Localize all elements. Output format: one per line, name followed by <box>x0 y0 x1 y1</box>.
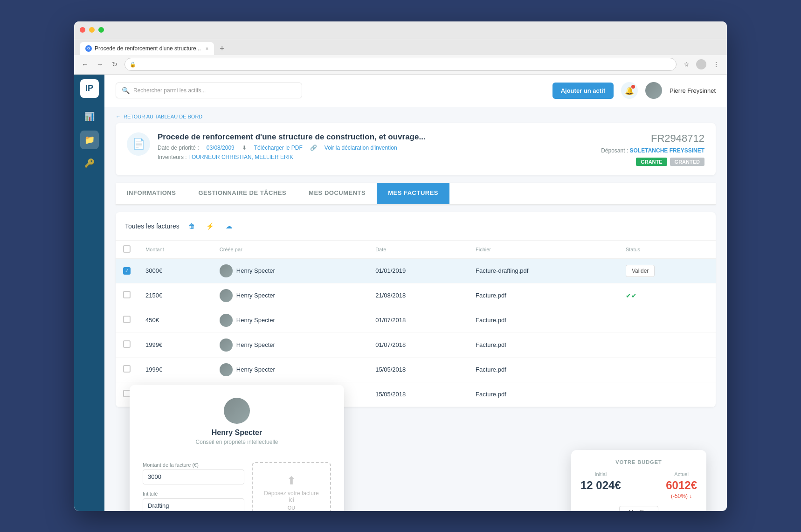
content-wrapper: Toutes les factures 🗑 ⚡ ☁ Montant Créée … <box>116 212 716 407</box>
cell-status-0: Valider <box>618 258 716 283</box>
lock-icon: 🔒 <box>130 62 136 68</box>
tabs-bar: INFORMATIONS GESTIONNAIRE DE TÂCHES MES … <box>116 183 716 205</box>
creator-name-4: Henry Specter <box>236 366 275 373</box>
filter-icon-button[interactable]: ⚡ <box>204 220 217 233</box>
download-pdf-link[interactable]: Télécharger le PDF <box>254 145 303 151</box>
tab-favicon: G <box>85 45 92 52</box>
tab-bar: G Procede de renforcement d'une structur… <box>74 39 727 55</box>
breadcrumb[interactable]: ← RETOUR AU TABLEAU DE BORD <box>116 107 716 123</box>
cell-montant-0: 3000€ <box>138 258 212 283</box>
external-link-icon: 🔗 <box>310 145 317 151</box>
invoices-title: Toutes les factures <box>125 222 180 230</box>
delete-icon-button[interactable]: 🗑 <box>185 220 198 233</box>
budget-change: (-50%) ↓ <box>666 493 697 499</box>
browser-titlebar <box>74 21 727 39</box>
tab-factures[interactable]: MES FACTURES <box>377 183 449 204</box>
cell-fichier-3: Facture.pdf <box>468 332 618 357</box>
cell-montant-2: 450€ <box>138 308 212 332</box>
intitule-input[interactable] <box>143 498 244 511</box>
breadcrumb-label: RETOUR AU TABLEAU DE BORD <box>124 114 202 119</box>
menu-button[interactable]: ⋮ <box>711 59 721 69</box>
new-tab-button[interactable]: + <box>216 43 228 55</box>
inventors-names[interactable]: TOURNEUR CHRISTIAN, MELLIER ERIK <box>188 154 293 160</box>
table-header-row: Montant Créée par Date Fichier Status <box>116 241 716 259</box>
badge-granted: GRANTED <box>670 158 704 166</box>
bookmark-button[interactable]: ☆ <box>681 59 691 69</box>
browser-tab[interactable]: G Procede de renforcement d'une structur… <box>80 42 214 55</box>
cell-status-5 <box>618 382 716 407</box>
row-checkbox-0[interactable]: ✓ <box>123 267 131 275</box>
deposant-name[interactable]: SOLETANCHE FREYSSINET <box>630 147 704 154</box>
col-fichier: Fichier <box>468 241 618 259</box>
row-checkbox-4[interactable] <box>123 365 131 373</box>
app-container: IP 📊 📁 🔑 🔍 Rechercher parmi les actifs..… <box>74 75 727 511</box>
back-button[interactable]: ← <box>80 59 90 69</box>
budget-actuel-col: Actuel 6012€ (-50%) ↓ <box>666 471 697 499</box>
tab-gestionnaire[interactable]: GESTIONNAIRE DE TÂCHES <box>187 183 297 204</box>
cell-creator-4: Henry Specter <box>212 357 368 382</box>
close-dot[interactable] <box>80 27 85 33</box>
sidebar-item-keys[interactable]: 🔑 <box>80 154 99 173</box>
cell-fichier-5: Facture.pdf <box>468 382 618 407</box>
cell-date-5: 15/05/2018 <box>368 382 468 407</box>
priority-date: 03/08/2009 <box>207 145 235 151</box>
drop-ou-text: OU <box>264 505 319 511</box>
view-declaration-link[interactable]: Voir la déclaration d'invention <box>325 145 397 151</box>
page-content: ← RETOUR AU TABLEAU DE BORD 📄 Procede de… <box>104 107 727 511</box>
table-row: 1999€Henry Specter15/05/2018Facture.pdf <box>116 357 716 382</box>
actuel-amount: 6012€ <box>666 479 697 492</box>
priority-label: Date de priorité : <box>158 145 199 151</box>
cell-date-1: 21/08/2018 <box>368 283 468 308</box>
col-status: Status <box>618 241 716 259</box>
browser-window: G Procede de renforcement d'une structur… <box>74 21 727 511</box>
tab-close-button[interactable]: × <box>206 46 208 51</box>
search-placeholder: Rechercher parmi les actifs... <box>133 87 206 94</box>
invoice-form-card: Henry Specter Conseil en propriété intel… <box>130 385 344 511</box>
user-avatar <box>645 82 662 99</box>
creator-avatar-2 <box>220 314 233 327</box>
deposant-label: Déposant : <box>601 147 628 154</box>
notifications-button[interactable]: 🔔 <box>621 82 638 99</box>
cell-creator-0: Henry Specter <box>212 258 368 283</box>
row-checkbox-2[interactable] <box>123 316 131 323</box>
forward-button[interactable]: → <box>95 59 105 69</box>
table-row: 1999€Henry Specter01/07/2018Facture.pdf <box>116 332 716 357</box>
cell-creator-2: Henry Specter <box>212 308 368 332</box>
sidebar: IP 📊 📁 🔑 <box>74 75 104 511</box>
tab-documents[interactable]: MES DOCUMENTS <box>297 183 377 204</box>
budget-title: VOTRE BUDGET <box>580 459 697 465</box>
patent-icon: 📄 <box>127 132 150 156</box>
inventors-label: Inventeurs : <box>158 154 187 160</box>
add-asset-button[interactable]: Ajouter un actif <box>552 83 614 99</box>
cell-date-4: 15/05/2018 <box>368 357 468 382</box>
cell-creator-1: Henry Specter <box>212 283 368 308</box>
select-all-checkbox[interactable] <box>123 245 131 253</box>
sidebar-item-files[interactable]: 📁 <box>80 131 99 149</box>
address-bar[interactable]: 🔒 <box>124 58 677 71</box>
search-bar[interactable]: 🔍 Rechercher parmi les actifs... <box>116 83 302 98</box>
drop-zone-area: ⬆ Déposez votre facture ici OU Envoyer l… <box>252 462 331 511</box>
initial-label: Initial <box>580 471 621 477</box>
inventors-section: Inventeurs : TOURNEUR CHRISTIAN, MELLIER… <box>158 154 601 160</box>
drop-zone[interactable]: ⬆ Déposez votre facture ici OU <box>252 462 331 511</box>
row-checkbox-3[interactable] <box>123 340 131 348</box>
patent-right: FR2948712 Déposant : SOLETANCHE FREYSSIN… <box>601 132 704 166</box>
modifier-button[interactable]: Modifier <box>619 506 659 511</box>
maximize-dot[interactable] <box>98 27 104 33</box>
patent-left: 📄 Procede de renforcement d'une structur… <box>127 132 601 160</box>
creator-avatar-1 <box>220 289 233 302</box>
refresh-button[interactable]: ↻ <box>110 59 120 69</box>
upload-icon: ⬆ <box>264 474 319 487</box>
upload-icon-button[interactable]: ☁ <box>222 220 235 233</box>
budget-initial-col: Initial 12 024€ <box>580 471 621 499</box>
sidebar-item-dashboard[interactable]: 📊 <box>80 107 99 126</box>
cell-status-3 <box>618 332 716 357</box>
minimize-dot[interactable] <box>89 27 95 33</box>
patent-deposant: Déposant : SOLETANCHE FREYSSINET <box>601 147 704 154</box>
amount-input[interactable] <box>143 470 244 484</box>
row-checkbox-1[interactable] <box>123 291 131 298</box>
patent-header: 📄 Procede de renforcement d'une structur… <box>116 123 716 175</box>
tab-informations[interactable]: INFORMATIONS <box>116 183 187 204</box>
main-content: 🔍 Rechercher parmi les actifs... Ajouter… <box>104 75 727 511</box>
valider-button-0[interactable]: Valider <box>626 265 655 277</box>
